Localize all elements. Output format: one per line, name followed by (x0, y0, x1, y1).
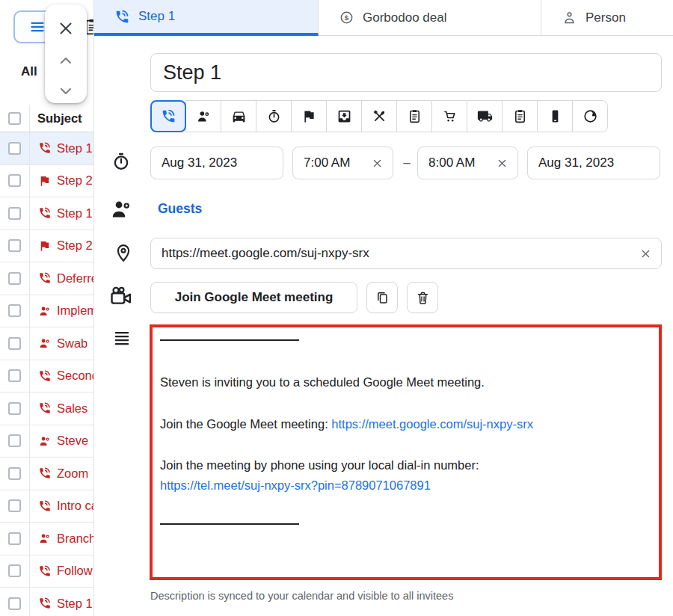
list-item[interactable]: Branch (0, 523, 93, 555)
truck-icon (477, 108, 493, 124)
task-icon (407, 108, 422, 124)
activity-type-flag-button[interactable] (291, 100, 327, 132)
previous-item-button[interactable] (57, 52, 75, 70)
activity-type-email-button[interactable] (326, 100, 362, 132)
chevron-up-icon (57, 52, 75, 70)
activity-type-clipboard-button[interactable] (502, 100, 538, 132)
people-icon (38, 532, 52, 545)
activity-subject-label: Sales (57, 401, 87, 416)
activity-type-globe-button[interactable] (572, 100, 608, 132)
meeting-icon (196, 108, 212, 124)
activity-type-lunch-button[interactable] (361, 100, 397, 132)
start-date-field[interactable]: Aug 31, 2023 (150, 147, 283, 179)
delete-button[interactable] (407, 282, 438, 313)
time-range-separator: – (397, 155, 417, 170)
meet-link[interactable]: https://meet.google.com/suj-nxpy-srx (331, 417, 533, 431)
start-time-field[interactable]: 7:00 AM (292, 147, 393, 179)
subject-column-header[interactable]: Subject (30, 111, 82, 126)
activity-type-meeting-button[interactable] (185, 100, 221, 132)
clear-end-time-icon[interactable] (496, 157, 508, 170)
deadline-icon (266, 108, 282, 124)
shopping-cart-icon (442, 108, 458, 124)
row-checkbox[interactable] (8, 499, 21, 512)
select-all-checkbox[interactable] (8, 112, 21, 125)
phone-icon (38, 369, 52, 383)
activity-subject-label: Zoom (57, 466, 88, 481)
row-checkbox[interactable] (8, 174, 21, 187)
row-checkbox[interactable] (8, 272, 21, 285)
list-item[interactable]: Intro call (0, 490, 93, 523)
guests-link[interactable]: Guests (158, 201, 202, 217)
row-checkbox[interactable] (8, 304, 21, 317)
activity-type-shopping-cart-button[interactable] (431, 100, 467, 132)
activity-subject-label: Step 1 (57, 141, 93, 155)
phone-icon (38, 564, 52, 578)
activity-subject-label: Follow (57, 564, 93, 578)
list-item[interactable]: Step 2 (0, 230, 93, 263)
activity-type-car-button[interactable] (221, 100, 256, 132)
activity-subject-label: Step 1 (57, 597, 93, 611)
row-checkbox[interactable] (8, 434, 21, 447)
list-item[interactable]: Deferred (0, 262, 93, 295)
tab-deal[interactable]: $ Gorbodoo deal (319, 0, 541, 36)
activity-type-deadline-button[interactable] (256, 100, 292, 132)
row-checkbox[interactable] (8, 337, 21, 350)
filter-all-label[interactable]: All (21, 64, 37, 79)
list-item[interactable]: Step 1 (0, 197, 93, 230)
row-checkbox[interactable] (8, 369, 21, 382)
tab-person[interactable]: Person (541, 0, 673, 36)
list-item[interactable]: Sales (0, 392, 93, 425)
list-item[interactable]: Implement (0, 295, 93, 328)
list-item[interactable]: Step 2 (0, 165, 93, 198)
tab-label: Step 1 (138, 9, 175, 24)
trash-icon (415, 290, 431, 306)
activity-type-mobile-button[interactable] (537, 100, 573, 132)
close-button[interactable] (57, 19, 75, 37)
tab-label: Person (586, 10, 626, 25)
join-google-meet-button[interactable]: Join Google Meet meeting (150, 282, 357, 313)
activity-subject-label: Swab (57, 336, 87, 351)
flag-icon (38, 174, 52, 188)
list-item[interactable]: Follow (0, 555, 93, 588)
activity-table: Subject Step 1 Step 2 Step 1 Step 2 Defe… (0, 105, 93, 616)
row-checkbox[interactable] (8, 207, 21, 220)
table-header-row: Subject (0, 105, 93, 132)
activity-type-call-button[interactable] (150, 100, 186, 132)
clipboard-icon (512, 108, 528, 124)
list-item[interactable]: Second (0, 360, 93, 393)
phone-icon (38, 271, 52, 285)
description-lines-icon (112, 329, 132, 348)
activity-subject-label: Branch (57, 532, 93, 546)
phone-icon (38, 466, 52, 480)
dial-in-link[interactable]: https://tel.meet/suj-nxpy-srx?pin=878907… (160, 478, 431, 492)
end-date-field[interactable]: Aug 31, 2023 (527, 147, 660, 179)
activity-subject-label: Step 1 (57, 206, 93, 221)
flag-icon (38, 239, 52, 253)
row-checkbox[interactable] (8, 239, 21, 252)
activity-title-input[interactable] (150, 53, 662, 92)
location-field[interactable]: https://meet.google.com/suj-nxpy-srx (150, 238, 662, 269)
list-item[interactable]: Swab (0, 327, 93, 360)
row-checkbox[interactable] (8, 564, 21, 577)
phone-icon (38, 401, 52, 415)
clear-location-icon[interactable] (639, 247, 652, 260)
people-icon (38, 434, 52, 448)
next-item-button[interactable] (57, 82, 75, 100)
row-checkbox[interactable] (8, 402, 21, 415)
row-checkbox[interactable] (8, 597, 21, 610)
row-checkbox[interactable] (8, 142, 21, 155)
description-textarea[interactable]: Steven is inviting you to a scheduled Go… (150, 324, 662, 580)
list-item[interactable]: Zoom (0, 458, 93, 490)
row-checkbox[interactable] (8, 467, 21, 480)
activity-subject-label: Implement (57, 304, 93, 318)
list-item[interactable]: Step 1 (0, 588, 93, 616)
activity-type-task-button[interactable] (396, 100, 432, 132)
tab-activity[interactable]: Step 1 (94, 0, 319, 36)
list-item[interactable]: Step 1 (0, 132, 93, 165)
clear-start-time-icon[interactable] (371, 157, 384, 170)
activity-type-truck-button[interactable] (467, 100, 503, 132)
copy-button[interactable] (366, 282, 398, 313)
row-checkbox[interactable] (8, 532, 21, 545)
end-time-field[interactable]: 8:00 AM (417, 147, 518, 179)
list-item[interactable]: Steve (0, 425, 93, 458)
